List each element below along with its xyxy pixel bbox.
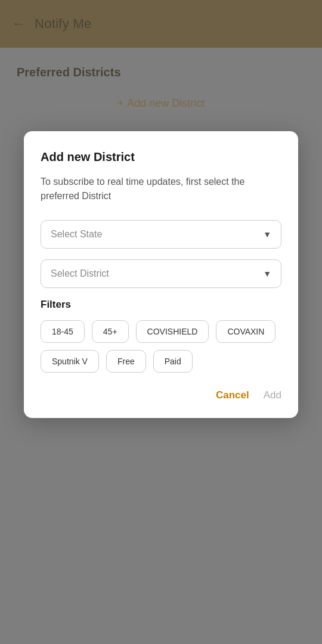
filter-chip[interactable]: COVISHIELD — [136, 320, 209, 343]
dialog-actions: Cancel Add — [41, 389, 281, 401]
district-dropdown-label: Select District — [51, 268, 109, 279]
filters-title: Filters — [41, 299, 281, 311]
filter-chip[interactable]: 18-45 — [41, 320, 85, 343]
filter-chip[interactable]: Sputnik V — [41, 350, 99, 373]
chevron-down-icon: ▼ — [263, 230, 271, 239]
district-dropdown[interactable]: Select District ▼ — [41, 259, 281, 288]
filter-chip[interactable]: Paid — [153, 350, 193, 373]
dialog-subtitle: To subscribe to real time updates, first… — [41, 175, 281, 203]
chevron-down-icon: ▼ — [263, 269, 271, 278]
state-dropdown-label: Select State — [51, 229, 102, 240]
state-dropdown[interactable]: Select State ▼ — [41, 220, 281, 249]
filter-chip[interactable]: 45+ — [92, 320, 129, 343]
filter-chips: 18-4545+COVISHIELDCOVAXINSputnik VFreePa… — [41, 320, 281, 373]
add-button[interactable]: Add — [264, 389, 281, 401]
filter-chip[interactable]: COVAXIN — [216, 320, 275, 343]
dialog: Add new District To subscribe to real ti… — [24, 131, 298, 418]
overlay: Add new District To subscribe to real ti… — [0, 0, 322, 644]
cancel-button[interactable]: Cancel — [216, 389, 249, 401]
filter-chip[interactable]: Free — [106, 350, 146, 373]
dialog-title: Add new District — [41, 150, 281, 164]
